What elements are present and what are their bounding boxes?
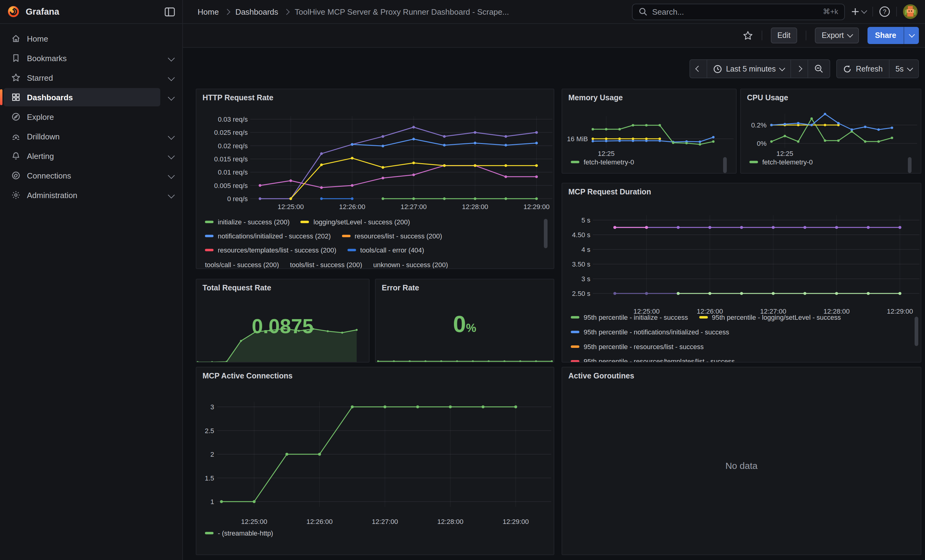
sidebar-item-dashboards[interactable]: Dashboards xyxy=(4,88,160,107)
legend-swatch-icon xyxy=(571,331,579,333)
svg-text:12:27:00: 12:27:00 xyxy=(401,203,427,211)
search-shortcut: ⌘+k xyxy=(823,8,838,16)
top-header: Grafana Home Dashboards ToolHive MCP Ser… xyxy=(0,0,925,24)
zoom-out-button[interactable] xyxy=(807,60,830,78)
svg-text:1: 1 xyxy=(211,498,214,506)
legend-item[interactable]: logging/setLevel - success (200) xyxy=(301,218,410,225)
legend-item[interactable]: 95th percentile - initialize - success xyxy=(571,314,688,321)
search-icon xyxy=(639,8,647,16)
legend-scrollbar[interactable] xyxy=(908,157,911,173)
mcp-active-connections-chart[interactable]: 11.522.5312:25:0012:26:0012:27:0012:28:0… xyxy=(196,368,554,555)
legend-item[interactable]: tools/list - success (200) xyxy=(290,261,362,269)
sidebar-item-connections[interactable]: Connections xyxy=(4,166,160,185)
panel-title[interactable]: Active Goroutines xyxy=(568,372,634,380)
legend-item[interactable]: tools/call - success (200) xyxy=(205,261,279,269)
legend-item[interactable]: 95th percentile - resources/templates/li… xyxy=(571,357,735,363)
chevron-down-icon[interactable] xyxy=(168,74,175,81)
sidebar-item-label: Home xyxy=(27,34,160,43)
panel-http-request-rate: HTTP Request Rate 0 req/s0.005 req/s0.01… xyxy=(196,89,554,269)
export-button[interactable]: Export xyxy=(815,27,859,44)
share-button[interactable]: Share xyxy=(868,27,904,44)
search-input[interactable]: Search... ⌘+k xyxy=(632,3,845,20)
chevron-down-icon xyxy=(847,32,853,38)
sidebar-item-label: Drilldown xyxy=(27,132,160,141)
legend-item[interactable]: resources/templates/list - success (200) xyxy=(205,246,336,254)
stat-value: 0% xyxy=(376,311,554,338)
add-button[interactable] xyxy=(851,8,866,16)
svg-text:0%: 0% xyxy=(757,140,767,147)
svg-text:3.50 s: 3.50 s xyxy=(572,260,591,268)
legend-item[interactable]: 95th percentile - resources/list - succe… xyxy=(571,343,704,350)
refresh-interval-picker[interactable]: 5s xyxy=(889,60,918,78)
share-menu-button[interactable] xyxy=(904,27,919,44)
legend-item[interactable]: notifications/initialized - success (202… xyxy=(205,232,331,240)
mcp-request-duration-chart[interactable]: 5 s4.50 s4 s3.50 s3 s2.50 s12:25:0012:26… xyxy=(562,183,921,363)
breadcrumb-dashboards[interactable]: Dashboards xyxy=(235,7,278,16)
sidebar-item-home[interactable]: Home xyxy=(4,29,160,48)
sidebar-item-starred[interactable]: Starred xyxy=(4,69,160,87)
legend-scrollbar[interactable] xyxy=(723,157,727,173)
panel-title[interactable]: HTTP Request Rate xyxy=(202,93,273,102)
legend-item[interactable]: initialize - success (200) xyxy=(205,218,290,225)
svg-text:12:28:00: 12:28:00 xyxy=(437,518,463,525)
panel-title[interactable]: Total Request Rate xyxy=(202,284,271,292)
sidebar-item-explore[interactable]: Explore xyxy=(4,108,160,126)
refresh-button[interactable]: Refresh xyxy=(837,60,889,78)
sidebar-item-administration[interactable]: Administration xyxy=(4,186,160,204)
refresh-group: Refresh 5s xyxy=(836,59,919,78)
breadcrumb-home[interactable]: Home xyxy=(197,7,219,16)
divider xyxy=(761,30,762,41)
legend-item[interactable]: fetch-telemetry-0 xyxy=(571,158,634,166)
refresh-interval-label: 5s xyxy=(896,65,904,73)
legend-swatch-icon xyxy=(749,161,758,163)
sidebar-toggle-icon[interactable] xyxy=(164,7,175,16)
legend-item[interactable]: resources/list - success (200) xyxy=(342,232,442,240)
chevron-down-icon[interactable] xyxy=(168,133,175,140)
bell-icon xyxy=(11,151,21,161)
legend-swatch-icon xyxy=(301,221,309,223)
panel-title[interactable]: MCP Request Duration xyxy=(568,188,651,196)
chevron-down-icon[interactable] xyxy=(168,55,175,62)
svg-text:16 MiB: 16 MiB xyxy=(567,135,588,143)
dashboard-toolbar: Edit Export Share xyxy=(183,24,925,48)
legend-swatch-icon xyxy=(205,235,214,237)
panel-title[interactable]: MCP Active Connections xyxy=(202,372,293,380)
sidebar-item-drilldown[interactable]: Drilldown xyxy=(4,127,160,146)
legend-swatch-icon xyxy=(571,345,579,348)
chevron-down-icon[interactable] xyxy=(168,94,175,101)
legend-item[interactable]: 95th percentile - logging/setLevel - suc… xyxy=(699,314,841,321)
sidebar-item-bookmarks[interactable]: Bookmarks xyxy=(4,49,160,67)
legend-scrollbar[interactable] xyxy=(914,317,918,346)
help-icon[interactable]: ? xyxy=(879,6,890,17)
panel-title[interactable]: Error Rate xyxy=(382,284,419,292)
svg-text:12:29:00: 12:29:00 xyxy=(503,518,529,525)
legend-item[interactable]: unknown - success (200) xyxy=(373,261,448,269)
panel-title[interactable]: CPU Usage xyxy=(747,93,788,102)
legend-item[interactable]: fetch-telemetry-0 xyxy=(749,158,813,166)
http-request-rate-chart[interactable]: 0 req/s0.005 req/s0.01 req/s0.015 req/s0… xyxy=(196,89,554,269)
time-forward-button[interactable] xyxy=(790,60,807,78)
sidebar-item-alerting[interactable]: Alerting xyxy=(4,147,160,165)
chevron-down-icon[interactable] xyxy=(168,172,175,179)
legend-item[interactable]: tools/call - error (404) xyxy=(348,246,424,254)
compass-icon xyxy=(11,112,21,122)
chevron-down-icon[interactable] xyxy=(168,153,175,159)
sidebar-item-label: Connections xyxy=(27,171,160,180)
legend-swatch-icon xyxy=(571,360,579,363)
star-icon[interactable] xyxy=(743,30,753,41)
breadcrumb-separator-icon xyxy=(283,9,290,15)
legend-item[interactable]: 95th percentile - notifications/initiali… xyxy=(571,328,729,336)
sidebar-item-label: Starred xyxy=(27,73,160,82)
legend-scrollbar[interactable] xyxy=(544,219,548,248)
edit-button[interactable]: Edit xyxy=(771,27,797,44)
link-icon xyxy=(11,171,21,180)
avatar[interactable] xyxy=(903,4,917,19)
chevron-down-icon[interactable] xyxy=(168,192,175,199)
sidebar-item-label: Bookmarks xyxy=(27,54,160,63)
legend-item[interactable]: - (streamable-http) xyxy=(205,530,273,537)
panel-title[interactable]: Memory Usage xyxy=(568,93,623,102)
panel-cpu-usage: CPU Usage 0.2%0%12:25 fetch-telemetry-0 xyxy=(740,89,921,174)
time-back-button[interactable] xyxy=(690,60,706,78)
time-range-picker[interactable]: Last 5 minutes xyxy=(706,60,790,78)
clock-icon xyxy=(713,65,722,73)
